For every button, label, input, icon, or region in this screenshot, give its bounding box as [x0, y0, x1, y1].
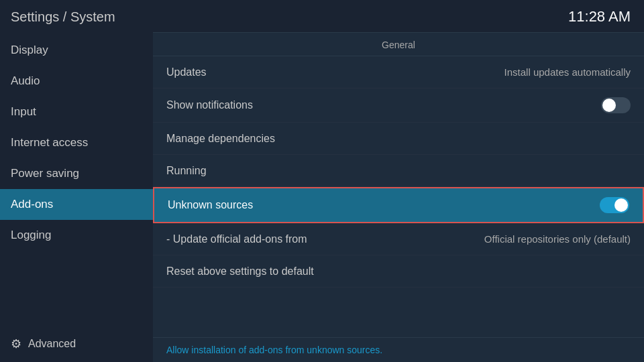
row-unknown-sources[interactable]: Unknown sources [153, 187, 644, 223]
row-reset-settings[interactable]: Reset above settings to default [153, 255, 644, 288]
gear-icon: ⚙ [11, 337, 21, 351]
main-layout: Display Audio Input Internet access Powe… [0, 32, 644, 362]
sidebar-item-audio[interactable]: Audio [0, 66, 153, 97]
clock: 11:28 AM [568, 8, 631, 25]
toggle-knob-unknown-sources [614, 198, 628, 212]
row-show-notifications[interactable]: Show notifications [153, 88, 644, 123]
header: Settings / System 11:28 AM [0, 0, 644, 32]
row-updates[interactable]: Updates Install updates automatically [153, 56, 644, 88]
section-header: General [153, 33, 644, 56]
sidebar-item-add-ons[interactable]: Add-ons [0, 189, 153, 220]
sidebar-item-logging[interactable]: Logging [0, 220, 153, 251]
toggle-unknown-sources[interactable] [600, 197, 629, 213]
sidebar: Display Audio Input Internet access Powe… [0, 32, 153, 362]
sidebar-item-internet-access[interactable]: Internet access [0, 127, 153, 158]
row-running[interactable]: Running [153, 155, 644, 187]
row-label-updates: Updates [166, 66, 207, 78]
row-manage-dependencies[interactable]: Manage dependencies [153, 123, 644, 155]
row-value-update-official-addons: Official repositories only (default) [484, 233, 631, 245]
row-update-official-addons[interactable]: - Update official add-ons from Official … [153, 223, 644, 255]
row-value-updates: Install updates automatically [504, 66, 631, 78]
content-inner: General Updates Install updates automati… [153, 33, 644, 337]
content-area: General Updates Install updates automati… [153, 32, 644, 362]
sidebar-item-display[interactable]: Display [0, 35, 153, 66]
page-title: Settings / System [11, 9, 115, 25]
row-label-update-official-addons: - Update official add-ons from [166, 233, 307, 245]
footer: Allow installation of add-ons from unkno… [153, 337, 644, 362]
footer-text: Allow installation of add-ons from unkno… [166, 345, 382, 355]
row-label-reset-settings: Reset above settings to default [166, 265, 314, 278]
sidebar-item-input[interactable]: Input [0, 97, 153, 127]
sidebar-advanced[interactable]: ⚙ Advanced [0, 330, 153, 362]
row-label-running: Running [166, 165, 207, 177]
row-label-unknown-sources: Unknown sources [168, 199, 253, 211]
row-label-manage-dependencies: Manage dependencies [166, 133, 275, 145]
sidebar-item-power-saving[interactable]: Power saving [0, 158, 153, 189]
toggle-show-notifications[interactable] [601, 97, 631, 113]
toggle-knob-show-notifications [602, 99, 616, 112]
row-label-show-notifications: Show notifications [166, 99, 253, 111]
